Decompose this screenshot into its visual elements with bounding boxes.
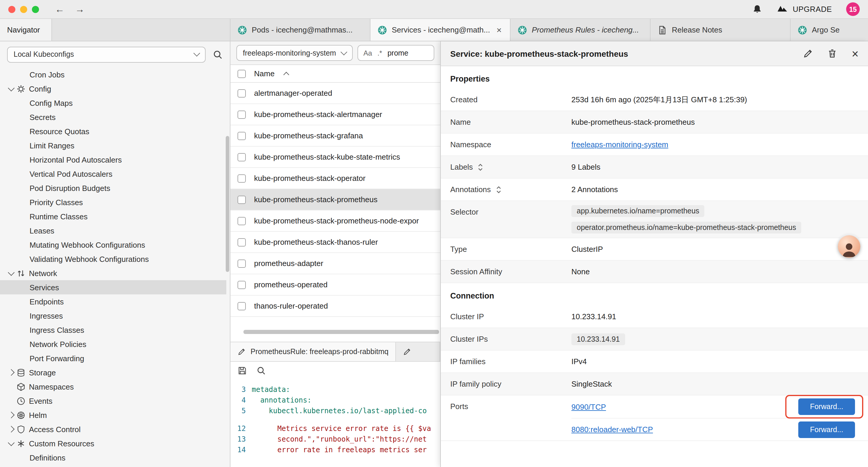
sidebar-item-runtime-classes[interactable]: Runtime Classes	[0, 209, 226, 224]
sidebar-item-vertical-pod-autoscalers[interactable]: Vertical Pod Autoscalers	[0, 167, 226, 181]
table-row-kube-prometheus-stack-alertmanager[interactable]: kube-prometheus-stack-alertmanager	[230, 104, 440, 125]
sidebar-item-config[interactable]: Config	[0, 82, 226, 96]
sidebar-item-limit-ranges[interactable]: Limit Ranges	[0, 138, 226, 152]
table-row-prometheus-operated[interactable]: prometheus-operated	[230, 274, 440, 296]
row-checkbox[interactable]	[238, 174, 246, 182]
chevron-right-icon[interactable]	[7, 368, 17, 377]
namespace-link[interactable]: freeleaps-monitoring-system	[571, 140, 668, 149]
chevron-right-icon[interactable]	[7, 425, 17, 434]
chevron-down-icon[interactable]	[7, 84, 17, 93]
sort-ascending-icon[interactable]	[283, 71, 289, 77]
sidebar-item-secrets[interactable]: Secrets	[0, 110, 226, 124]
save-icon[interactable]	[238, 366, 247, 375]
table-row-alertmanager-operated[interactable]: alertmanager-operated	[230, 83, 440, 104]
navigator-search-icon[interactable]	[213, 49, 223, 59]
forward-button[interactable]: →	[72, 4, 88, 14]
sidebar-item-config-maps[interactable]: Config Maps	[0, 96, 226, 110]
edit-pencil-icon[interactable]	[803, 49, 813, 59]
navigator-panel-tab[interactable]: Navigator	[0, 19, 52, 41]
sidebar-item-label: Validating Webhook Configurations	[30, 255, 149, 263]
sidebar-item-validating-webhook-configurations[interactable]: Validating Webhook Configurations	[0, 252, 226, 266]
sidebar-item-custom-resources[interactable]: Custom Resources	[0, 436, 226, 450]
table-row-kube-prometheus-stack-thanos-ruler[interactable]: kube-prometheus-stack-thanos-ruler	[230, 232, 440, 253]
row-checkbox[interactable]	[238, 238, 246, 246]
sidebar-item-definitions[interactable]: Definitions	[0, 450, 226, 465]
table-row-kube-prometheus-stack-operator[interactable]: kube-prometheus-stack-operator	[230, 168, 440, 189]
select-all-checkbox[interactable]	[238, 69, 246, 78]
row-checkbox[interactable]	[238, 281, 246, 289]
upgrade-button[interactable]: UPGRADE	[776, 4, 832, 14]
table-row-kube-prometheus-stack-kube-state-metrics[interactable]: kube-prometheus-stack-kube-state-metrics	[230, 147, 440, 168]
chevron-right-icon[interactable]	[7, 410, 17, 420]
sidebar-item-access-control[interactable]: Access Control	[0, 422, 226, 436]
regex-toggle[interactable]: .*	[377, 49, 382, 57]
navigator-scrollbar[interactable]	[226, 136, 229, 272]
sidebar-item-namespaces[interactable]: Namespaces	[0, 380, 226, 394]
tab-pods-icecheng-mathmas[interactable]: Pods - icecheng@mathmas...	[230, 19, 370, 41]
close-tab-icon[interactable]: ×	[495, 25, 503, 35]
sidebar-item-priority-classes[interactable]: Priority Classes	[0, 195, 226, 209]
maximize-window-button[interactable]	[32, 6, 39, 13]
forward-button[interactable]: Forward...	[798, 421, 855, 438]
expand-toggle-icon[interactable]	[495, 185, 501, 194]
sidebar-item-services[interactable]: Services	[0, 280, 226, 294]
sidebar-item-cron-jobs[interactable]: Cron Jobs	[0, 67, 226, 82]
name-column-header[interactable]: Name	[254, 69, 275, 78]
sidebar-item-ingresses[interactable]: Ingresses	[0, 309, 226, 323]
table-horizontal-scrollbar[interactable]	[243, 330, 439, 334]
tab-argo-se[interactable]: Argo Se	[790, 19, 868, 41]
forward-button[interactable]: Forward...	[798, 399, 855, 415]
sidebar-item-network[interactable]: Network	[0, 266, 226, 280]
row-checkbox[interactable]	[238, 89, 246, 97]
chevron-down-icon[interactable]	[7, 268, 17, 278]
port-link[interactable]: 9090/TCP	[571, 402, 606, 411]
sidebar-item-pod-disruption-budgets[interactable]: Pod Disruption Budgets	[0, 181, 226, 195]
row-checkbox[interactable]	[238, 132, 246, 140]
sidebar-item-endpoints[interactable]: Endpoints	[0, 294, 226, 309]
back-button[interactable]: ←	[52, 4, 67, 14]
tab-prometheus-rules-icecheng[interactable]: Prometheus Rules - icecheng...	[510, 19, 651, 41]
row-checkbox[interactable]	[238, 195, 246, 204]
sidebar-item-leases[interactable]: Leases	[0, 224, 226, 238]
close-icon[interactable]: ×	[852, 48, 859, 59]
row-checkbox[interactable]	[238, 259, 246, 267]
service-filter-input[interactable]: Aa .* prome	[358, 45, 434, 61]
match-case-toggle[interactable]: Aa	[363, 49, 372, 57]
sidebar-item-ingress-classes[interactable]: Ingress Classes	[0, 323, 226, 337]
sidebar-item-storage[interactable]: Storage	[0, 365, 226, 380]
sidebar-item-horizontal-pod-autoscalers[interactable]: Horizontal Pod Autoscalers	[0, 152, 226, 167]
row-checkbox[interactable]	[238, 153, 246, 161]
table-row-thanos-ruler-operated[interactable]: thanos-ruler-operated	[230, 296, 440, 317]
port-link[interactable]: 8080:reloader-web/TCP	[571, 425, 653, 434]
close-window-button[interactable]	[8, 6, 16, 13]
table-row-kube-prometheus-stack-grafana[interactable]: kube-prometheus-stack-grafana	[230, 125, 440, 147]
user-avatar[interactable]	[838, 235, 860, 258]
editor-tab-prometheusrule[interactable]: PrometheusRule: freeleaps-prod-rabbitmq	[230, 342, 396, 361]
row-checkbox[interactable]	[238, 302, 246, 310]
expand-toggle-icon[interactable]	[478, 163, 484, 171]
notifications-bell-icon[interactable]	[752, 4, 762, 14]
sidebar-item-port-forwarding[interactable]: Port Forwarding	[0, 351, 226, 365]
minimize-window-button[interactable]	[20, 6, 27, 13]
table-row-prometheus-adapter[interactable]: prometheus-adapter	[230, 253, 440, 274]
row-checkbox[interactable]	[238, 110, 246, 119]
row-checkbox[interactable]	[238, 217, 246, 225]
sidebar-item-resource-quotas[interactable]: Resource Quotas	[0, 124, 226, 138]
notification-count-badge[interactable]: 15	[846, 2, 860, 16]
table-row-kube-prometheus-stack-prometheus-node-expor[interactable]: kube-prometheus-stack-prometheus-node-ex…	[230, 210, 440, 232]
delete-trash-icon[interactable]	[828, 49, 838, 59]
sidebar-item-network-policies[interactable]: Network Policies	[0, 337, 226, 351]
editor-tab-partial[interactable]	[396, 342, 440, 361]
sidebar-item-mutating-webhook-configurations[interactable]: Mutating Webhook Configurations	[0, 238, 226, 252]
editor-search-icon[interactable]	[256, 366, 266, 375]
upgrade-mountain-icon	[776, 4, 788, 14]
kubeconfig-dropdown[interactable]: Local Kubeconfigs	[7, 47, 206, 62]
namespace-dropdown[interactable]: freeleaps-monitoring-system	[236, 45, 353, 61]
tab-services-icecheng-math[interactable]: Services - icecheng@math...×	[370, 19, 510, 41]
chevron-down-icon[interactable]	[7, 439, 17, 448]
tab-release-notes[interactable]: Release Notes	[651, 19, 790, 41]
sidebar-item-helm[interactable]: Helm	[0, 408, 226, 422]
sidebar-item-events[interactable]: Events	[0, 394, 226, 408]
table-row-kube-prometheus-stack-prometheus[interactable]: kube-prometheus-stack-prometheus	[230, 189, 440, 210]
yaml-editor[interactable]: 3metadata:4 annotations:5 kubectl.kubern…	[230, 380, 440, 467]
